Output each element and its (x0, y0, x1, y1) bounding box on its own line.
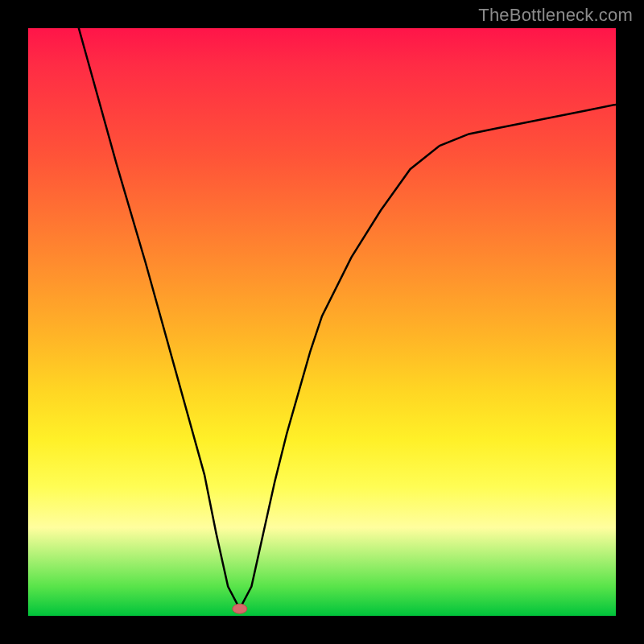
curve-svg (28, 28, 616, 616)
bottleneck-curve (28, 28, 616, 609)
minimum-marker (233, 604, 247, 613)
plot-area (28, 28, 616, 616)
watermark-text: TheBottleneck.com (478, 5, 633, 26)
chart-container: TheBottleneck.com (0, 0, 644, 644)
